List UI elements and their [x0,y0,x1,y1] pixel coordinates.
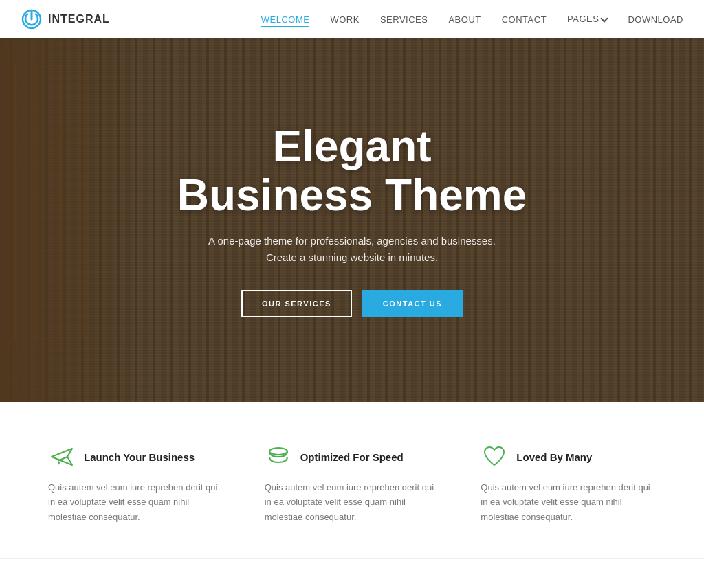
logo-icon [21,8,43,30]
hero-buttons: OUR SERVICES CONTACT US [177,290,527,317]
plane-icon [48,443,76,471]
hero-railing-decoration [0,38,138,402]
hero-section: Elegant Business Theme A one-page theme … [0,38,704,402]
stack-icon [265,443,292,471]
chevron-down-icon [601,14,608,22]
navbar: INTEGRAL WELCOME WORK SERVICES ABOUT CON… [0,0,704,38]
feature-launch-text: Quis autem vel eum iure reprehen derit q… [48,480,223,524]
feature-loved-text: Quis autem vel eum iure reprehen derit q… [481,480,656,524]
feature-launch-title: Launch Your Business [84,451,195,463]
nav-item-about[interactable]: ABOUT [448,13,481,25]
feature-loved: Loved By Many Quis autem vel eum iure re… [460,443,676,524]
svg-line-2 [58,457,67,461]
contact-us-button[interactable]: CONTACT US [362,290,463,317]
nav-item-download[interactable]: DOWNLOAD [628,13,683,25]
brand-name: INTEGRAL [48,13,110,25]
feature-launch-header: Launch Your Business [48,443,223,471]
feature-loved-title: Loved By Many [516,451,592,463]
hero-title: Elegant Business Theme [177,122,527,219]
svg-marker-1 [52,449,72,465]
feature-speed: Optimized For Speed Quis autem vel eum i… [244,443,461,524]
feature-launch: Launch Your Business Quis autem vel eum … [28,443,244,524]
nav-item-services[interactable]: SERVICES [380,13,428,25]
nav-item-welcome[interactable]: WELCOME [261,13,310,25]
logo-link[interactable]: INTEGRAL [21,8,110,30]
work-section: WORK Donec nec justo eget felis facilisi… [0,558,704,588]
svg-marker-3 [58,461,60,466]
nav-menu: WELCOME WORK SERVICES ABOUT CONTACT PAGE… [261,13,683,25]
heart-icon [481,443,508,471]
nav-item-contact[interactable]: CONTACT [502,13,547,25]
nav-item-pages[interactable]: PAGES [567,14,607,24]
hero-content: Elegant Business Theme A one-page theme … [164,122,541,317]
feature-speed-header: Optimized For Speed [265,443,440,471]
feature-speed-text: Quis autem vel eum iure reprehen derit q… [265,480,440,524]
svg-point-4 [270,448,287,455]
feature-loved-header: Loved By Many [481,443,656,471]
our-services-button[interactable]: OUR SERVICES [241,290,352,317]
nav-item-work[interactable]: WORK [330,13,359,25]
hero-subtitle: A one-page theme for professionals, agen… [180,233,524,266]
features-section: Launch Your Business Quis autem vel eum … [0,402,704,558]
feature-speed-title: Optimized For Speed [300,451,404,463]
